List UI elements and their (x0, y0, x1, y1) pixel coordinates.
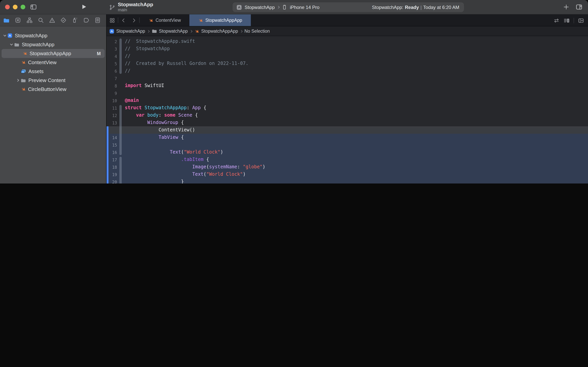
swift-file-icon (21, 60, 26, 65)
breadcrumb-label: StopwatchAppApp (201, 29, 238, 33)
swift-file-icon (198, 18, 203, 23)
code-line-2[interactable]: 2// StopwatchAppApp.swift (107, 38, 588, 45)
code-line-17[interactable]: 17 .tabItem { (107, 156, 588, 163)
divider (574, 18, 574, 23)
code-fold-ribbon[interactable] (119, 52, 122, 60)
run-button[interactable] (81, 3, 87, 10)
code-line-9[interactable]: 9 (107, 89, 588, 97)
issue-navigator-icon[interactable] (49, 17, 55, 23)
tree-item-assets[interactable]: Assets (0, 67, 106, 76)
symbol-navigator-icon[interactable] (26, 17, 33, 23)
code-fold-ribbon[interactable] (119, 82, 122, 89)
tree-item-preview-content[interactable]: Preview Content (0, 76, 106, 85)
code-line-3[interactable]: 3// StopwatchApp (107, 45, 588, 52)
jump-bar-breadcrumb: StopwatchAppStopwatchAppStopwatchAppAppN… (107, 26, 588, 36)
status-time: Today at 6:20 AM (423, 4, 459, 10)
code-line-20[interactable]: 20 } (107, 178, 588, 184)
code-text: @main (122, 97, 139, 104)
breadcrumb-label: StopwatchApp (116, 29, 145, 33)
code-fold-ribbon[interactable] (119, 157, 122, 163)
tree-item-contentview[interactable]: ContentView (0, 58, 106, 67)
code-line-16[interactable]: 16 Text("World Clock") (107, 149, 588, 156)
disclosure-closed-icon[interactable] (16, 79, 21, 82)
appicon-file-icon (7, 33, 12, 38)
code-fold-ribbon[interactable] (119, 89, 122, 97)
code-fold-ribbon[interactable] (119, 67, 122, 74)
line-number: 9 (107, 91, 118, 95)
debug-navigator-icon[interactable] (72, 17, 78, 23)
code-fold-ribbon[interactable] (119, 163, 122, 171)
code-fold-ribbon[interactable] (119, 149, 122, 155)
tree-item-stopwatchapp[interactable]: StopwatchApp (0, 31, 106, 40)
code-fold-ribbon[interactable] (119, 39, 122, 45)
breadcrumb-stopwatchapp[interactable]: StopwatchApp (151, 28, 188, 34)
breadcrumb-label: No Selection (244, 29, 270, 33)
tree-item-stopwatchappapp[interactable]: StopwatchAppAppM (1, 49, 105, 58)
zoom-window-button[interactable] (21, 5, 25, 9)
breadcrumb-stopwatchapp[interactable]: StopwatchApp (109, 29, 145, 34)
test-navigator-icon[interactable] (60, 17, 67, 23)
code-fold-ribbon[interactable] (119, 178, 122, 184)
code-text: Image(systemName: "globe") (122, 163, 265, 171)
line-number: 12 (107, 113, 118, 118)
code-fold-ribbon[interactable] (119, 119, 122, 126)
report-navigator-icon[interactable] (94, 17, 101, 23)
line-number: 2 (107, 39, 118, 44)
code-fold-ribbon[interactable] (119, 75, 122, 82)
code-line-15[interactable]: 15 (107, 141, 588, 149)
minimize-window-button[interactable] (13, 5, 17, 9)
scheme-selector[interactable]: StopwatchApp iPhone 14 Pro StopwatchApp:… (233, 2, 464, 12)
scheme-destination-label[interactable]: iPhone 14 Pro (290, 4, 319, 10)
go-forward-icon[interactable] (131, 18, 136, 23)
adjust-editor-options-icon[interactable] (563, 17, 570, 24)
tree-item-circlebuttonview[interactable]: CircleButtonView (0, 85, 106, 94)
code-fold-ribbon[interactable] (119, 171, 122, 178)
code-line-current[interactable]: ContentView() (107, 126, 588, 134)
breadcrumb-no-selection[interactable]: No Selection (244, 29, 270, 33)
disclosure-open-icon[interactable] (2, 34, 7, 37)
code-line-12[interactable]: 12 var body: some Scene { (107, 112, 588, 119)
code-line-10[interactable]: 10@main (107, 97, 588, 104)
add-editor-icon[interactable] (578, 17, 584, 24)
code-fold-ribbon[interactable] (119, 112, 122, 119)
editor-tab-contentview[interactable]: ContentView (140, 14, 189, 26)
close-window-button[interactable] (5, 5, 10, 9)
disclosure-open-icon[interactable] (9, 43, 14, 46)
code-line-5[interactable]: 5// Created by Russell Gordon on 2022-11… (107, 60, 588, 67)
find-navigator-icon[interactable] (38, 17, 44, 23)
editor-tab-stopwatchappapp[interactable]: StopwatchAppApp (189, 14, 251, 26)
breakpoint-navigator-icon[interactable] (83, 17, 89, 23)
code-fold-ribbon[interactable] (119, 126, 122, 134)
code-line-8[interactable]: 8import SwiftUI (107, 82, 588, 89)
go-back-icon[interactable] (121, 18, 126, 23)
code-line-11[interactable]: 11struct StopwatchAppApp: App { (107, 104, 588, 112)
library-add-button[interactable] (563, 4, 569, 10)
code-fold-ribbon[interactable] (119, 134, 122, 141)
code-fold-ribbon[interactable] (119, 60, 122, 67)
project-navigator-icon[interactable] (3, 17, 10, 24)
code-line-14[interactable]: 14 TabView { (107, 134, 588, 141)
code-fold-ribbon[interactable] (119, 45, 122, 52)
scheme-target-label[interactable]: StopwatchApp (245, 4, 275, 10)
code-line-7[interactable]: 7 (107, 75, 588, 82)
code-line-13[interactable]: 13 WindowGroup { (107, 119, 588, 126)
code-line-6[interactable]: 6// (107, 67, 588, 75)
line-number: 7 (107, 76, 118, 81)
breadcrumb-stopwatchappapp[interactable]: StopwatchAppApp (194, 29, 238, 34)
code-fold-ribbon[interactable] (119, 97, 122, 104)
source-control-navigator-icon[interactable] (15, 17, 21, 23)
code-fold-ribbon[interactable] (119, 141, 122, 149)
code-fold-ribbon[interactable] (119, 105, 122, 112)
scheme-destination[interactable]: StopwatchApp iPhone 14 Pro (233, 4, 372, 10)
source-editor[interactable]: 2// StopwatchAppApp.swift3// StopwatchAp… (107, 37, 588, 184)
chevron-right-icon (277, 6, 280, 8)
code-line-18[interactable]: 18 Image(systemName: "globe") (107, 163, 588, 171)
code-line-19[interactable]: 19 Text("World Clock") (107, 171, 588, 178)
inspector-toggle-icon[interactable] (576, 3, 583, 10)
related-items-icon[interactable] (109, 17, 115, 23)
code-review-icon[interactable] (553, 17, 560, 24)
code-text: } (122, 178, 184, 184)
code-line-4[interactable]: 4// (107, 52, 588, 60)
navigator-toggle-icon[interactable] (30, 3, 37, 10)
tree-item-stopwatchapp[interactable]: StopwatchApp (0, 40, 106, 49)
